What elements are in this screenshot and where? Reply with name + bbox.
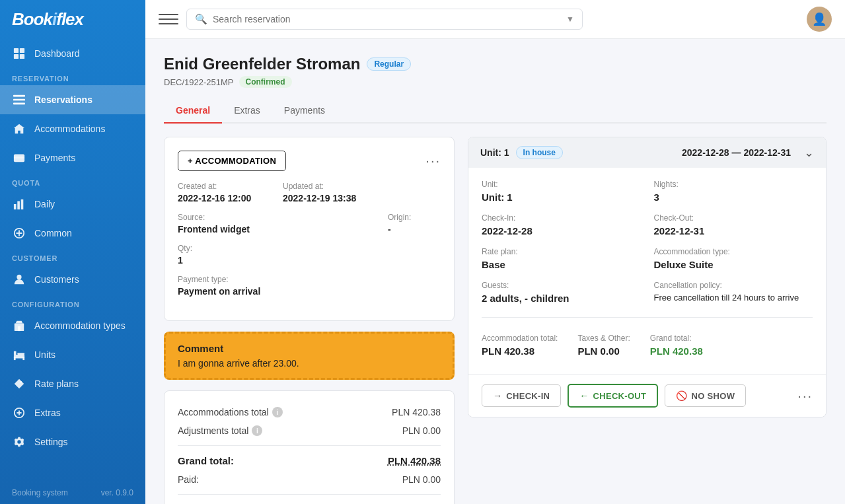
topbar: 🔍 ▼ 👤 bbox=[145, 0, 845, 39]
adjustments-total-label: Adjustments total bbox=[178, 425, 248, 436]
totals-card: Accommodations total i PLN 420.38 Adjust… bbox=[164, 390, 455, 504]
svg-rect-15 bbox=[18, 326, 20, 331]
checkin-button-label: CHECK-IN bbox=[506, 391, 550, 401]
tab-general[interactable]: General bbox=[164, 98, 222, 124]
financial-summary: Accommodation total: PLN 420.38 Taxes & … bbox=[482, 328, 813, 362]
source-field: Source: Frontend widget bbox=[178, 213, 381, 234]
action-row: → CHECK-IN ← CHECK-OUT 🚫 NO SHOW ··· bbox=[468, 374, 826, 417]
sidebar-item-payments[interactable]: Payments bbox=[0, 143, 145, 172]
page-title: Enid Greenfelder Stroman bbox=[164, 55, 360, 73]
qty-field: Qty: 1 bbox=[178, 244, 276, 266]
comment-heading: Comment bbox=[178, 343, 441, 354]
svg-rect-2 bbox=[14, 54, 18, 59]
taxes-value: PLN 0.00 bbox=[577, 345, 630, 357]
svg-rect-19 bbox=[14, 351, 17, 355]
unit-grand-total-value: PLN 420.38 bbox=[650, 345, 703, 357]
sidebar-item-label: Daily bbox=[34, 199, 55, 209]
search-dropdown-icon[interactable]: ▼ bbox=[566, 15, 574, 24]
checkout-button[interactable]: ← CHECK-OUT bbox=[568, 384, 658, 408]
accommodation-info-card: + ACCOMMODATION ··· Created at: 2022-12-… bbox=[164, 137, 455, 321]
reservation-id-row: DEC/1922-251MP Confirmed bbox=[164, 76, 827, 88]
guests-label: Guests: bbox=[482, 281, 641, 290]
accommodation-type-field: Accommodation type: Deluxe Suite bbox=[654, 247, 813, 270]
tab-payments[interactable]: Payments bbox=[272, 98, 337, 124]
search-icon: 🔍 bbox=[195, 13, 207, 25]
sidebar-item-dashboard[interactable]: Dashboard bbox=[0, 39, 145, 68]
guests-field: Guests: 2 adults, - children bbox=[482, 281, 641, 304]
svg-rect-3 bbox=[20, 54, 24, 59]
unit-number-field: Unit: Unit: 1 bbox=[482, 180, 641, 203]
sidebar-item-extras[interactable]: Extras bbox=[0, 398, 145, 427]
accommodations-total-info-icon[interactable]: i bbox=[272, 407, 283, 417]
cancellation-policy-label: Cancellation policy: bbox=[654, 281, 813, 290]
noshow-button[interactable]: 🚫 NO SHOW bbox=[665, 384, 746, 407]
unit-number-value: Unit: 1 bbox=[482, 192, 641, 203]
adjustments-total-value: PLN 0.00 bbox=[402, 425, 441, 436]
sidebar-item-label: Accommodation types bbox=[34, 320, 126, 331]
reservation-id: DEC/1922-251MP bbox=[164, 77, 234, 87]
adjustments-total-info-icon[interactable]: i bbox=[252, 425, 262, 436]
origin-value: - bbox=[388, 224, 441, 234]
checkin-field: Check-In: 2022-12-28 bbox=[482, 213, 641, 236]
noshow-button-label: NO SHOW bbox=[692, 391, 735, 401]
app-logo[interactable]: Bookiflex bbox=[0, 0, 145, 39]
building-icon bbox=[12, 318, 26, 333]
svg-point-13 bbox=[17, 275, 21, 279]
payment-type-value: Payment on arrival bbox=[178, 286, 441, 297]
sidebar-item-reservations[interactable]: Reservations bbox=[0, 85, 145, 114]
sidebar-footer: Booking system ver. 0.9.0 bbox=[0, 482, 145, 504]
checkout-label: Check-Out: bbox=[654, 213, 813, 223]
sidebar-item-label: Payments bbox=[34, 153, 75, 163]
svg-rect-9 bbox=[14, 204, 17, 209]
nights-field: Nights: 3 bbox=[654, 180, 813, 203]
checkin-arrow-icon: → bbox=[493, 390, 502, 401]
unit-more-options-button[interactable]: ··· bbox=[797, 388, 813, 404]
add-accommodation-button[interactable]: + ACCOMMODATION bbox=[178, 151, 286, 171]
unit-collapse-icon[interactable]: ⌄ bbox=[804, 145, 814, 160]
sidebar-item-accommodation-types[interactable]: Accommodation types bbox=[0, 311, 145, 340]
created-at-value: 2022-12-16 12:00 bbox=[178, 193, 276, 203]
sidebar: Bookiflex Dashboard RESERVATION Reservat… bbox=[0, 0, 145, 504]
paid-value: PLN 0.00 bbox=[402, 474, 441, 485]
accommodation-total-value: PLN 420.38 bbox=[482, 345, 558, 357]
sidebar-item-daily[interactable]: Daily bbox=[0, 190, 145, 219]
sidebar-item-rate-plans[interactable]: Rate plans bbox=[0, 369, 145, 398]
cancellation-policy-value: Free cancellation till 24 hours to arriv… bbox=[654, 293, 813, 303]
unit-header[interactable]: Unit: 1 In house 2022-12-28 — 2022-12-31… bbox=[468, 137, 826, 168]
sidebar-item-units[interactable]: Units bbox=[0, 340, 145, 369]
sidebar-item-label: Rate plans bbox=[34, 378, 79, 389]
version-label: ver. 0.9.0 bbox=[101, 488, 133, 497]
unit-grand-total-field: Grand total: PLN 420.38 bbox=[650, 334, 703, 357]
checkin-button[interactable]: → CHECK-IN bbox=[482, 384, 561, 407]
unit-header-label: Unit: 1 bbox=[480, 147, 509, 158]
card-toolbar: + ACCOMMODATION ··· bbox=[178, 151, 441, 171]
sidebar-item-accommodations[interactable]: Accommodations bbox=[0, 114, 145, 143]
taxes-field: Taxes & Other: PLN 0.00 bbox=[577, 334, 630, 357]
menu-toggle-button[interactable] bbox=[159, 9, 178, 29]
rate-plan-label: Rate plan: bbox=[482, 247, 641, 256]
left-column: + ACCOMMODATION ··· Created at: 2022-12-… bbox=[164, 137, 455, 504]
paid-label: Paid: bbox=[178, 474, 199, 485]
noshow-icon: 🚫 bbox=[676, 390, 687, 401]
created-at-label: Created at: bbox=[178, 182, 276, 191]
svg-rect-4 bbox=[13, 95, 25, 97]
status-badge: Confirmed bbox=[239, 76, 292, 88]
tab-extras[interactable]: Extras bbox=[222, 98, 272, 124]
customer-type-badge: Regular bbox=[367, 57, 411, 71]
bed-icon bbox=[12, 347, 26, 362]
rate-plan-field: Rate plan: Base bbox=[482, 247, 641, 270]
user-avatar[interactable]: 👤 bbox=[807, 7, 832, 32]
taxes-label: Taxes & Other: bbox=[577, 334, 630, 343]
sidebar-item-customers[interactable]: Customers bbox=[0, 265, 145, 294]
sidebar-item-common[interactable]: Common bbox=[0, 219, 145, 248]
comment-box: Comment I am gonna arrive after 23.00. bbox=[164, 332, 455, 380]
qty-label: Qty: bbox=[178, 244, 276, 253]
sidebar-item-label: Reservations bbox=[34, 94, 92, 105]
more-options-button[interactable]: ··· bbox=[425, 153, 441, 168]
unit-grand-total-label: Grand total: bbox=[650, 334, 703, 343]
nights-label: Nights: bbox=[654, 180, 813, 189]
tag-icon bbox=[12, 377, 26, 391]
search-input[interactable] bbox=[213, 14, 561, 24]
sidebar-item-settings[interactable]: Settings bbox=[0, 427, 145, 456]
sidebar-item-label: Extras bbox=[34, 408, 61, 418]
